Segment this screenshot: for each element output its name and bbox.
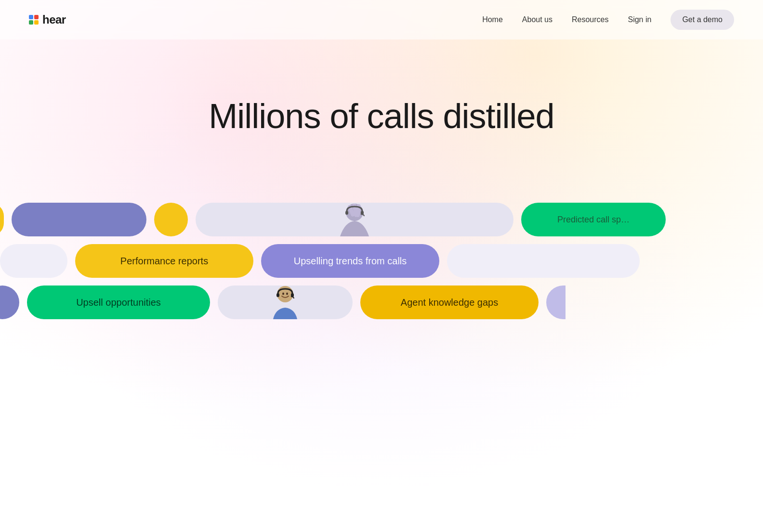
hero-title: Millions of calls distilled [209,97,554,135]
pill-performance-label: Performance reports [120,256,208,267]
svg-rect-4 [345,211,348,215]
svg-point-8 [286,293,288,295]
pill-gray-right [447,244,640,278]
svg-rect-9 [276,293,279,297]
partial-circle-yellow [0,203,4,236]
nav-about[interactable]: About us [522,15,553,24]
pills-section: Predicted call sp… Performance reports U… [0,203,763,327]
image-pill-smiling-agent [218,285,353,319]
pill-upselling-label: Upselling trends from calls [294,256,407,267]
pill-upsell-label: Upsell opportunities [76,297,161,308]
get-demo-button[interactable]: Get a demo [671,10,734,30]
pill-upselling-trends: Upselling trends from calls [261,244,439,278]
image-pill-agent-hand [196,203,513,236]
nav-resources[interactable]: Resources [572,15,608,24]
svg-point-7 [282,293,284,295]
hero-section: Millions of calls distilled [0,39,763,164]
navbar: hear Home About us Resources Sign in Get… [0,0,763,39]
logo-text: hear [42,13,66,26]
pill-predicted-call: Predicted call sp… [521,203,666,236]
pill-performance-reports: Performance reports [75,244,253,278]
pill-purple-wide [12,203,146,236]
pill-agent-knowledge-gaps: Agent knowledge gaps [360,285,539,319]
nav-links: Home About us Resources Sign in Get a de… [482,10,734,30]
circle-yellow [154,203,188,236]
pills-row-1: Predicted call sp… [0,203,753,236]
pill-predicted-label: Predicted call sp… [557,215,630,225]
nav-home[interactable]: Home [482,15,503,24]
logo-link[interactable]: hear [29,13,66,26]
logo-icon [29,15,39,25]
pill-upsell-opportunities: Upsell opportunities [27,285,210,319]
nav-signin[interactable]: Sign in [628,15,651,24]
pills-row-2: Performance reports Upselling trends fro… [0,244,763,278]
pill-agent-knowledge-label: Agent knowledge gaps [401,297,498,308]
partial-circle-purple-right [546,285,566,319]
pill-gray-left [0,244,67,278]
pill-purple-stub [0,285,19,319]
pills-row-3: Upsell opportunities A [0,285,749,319]
